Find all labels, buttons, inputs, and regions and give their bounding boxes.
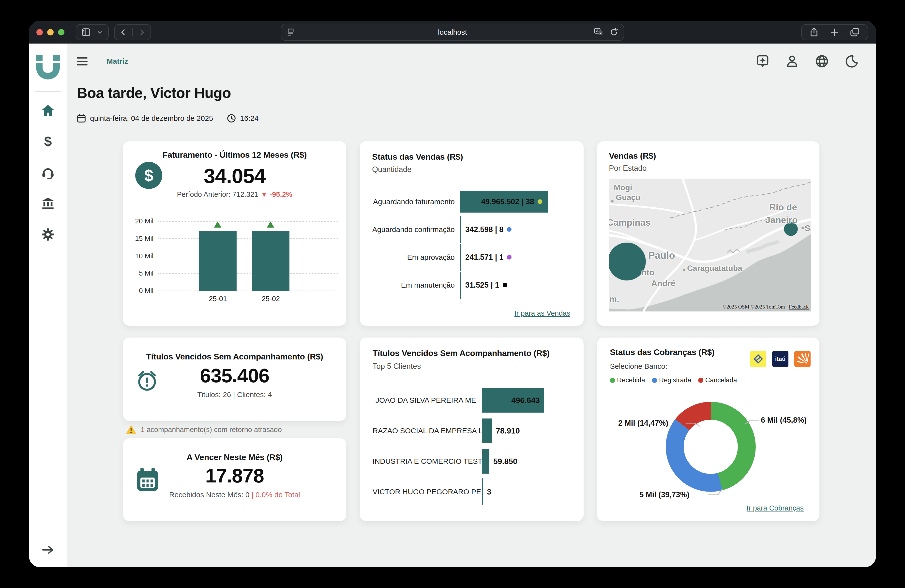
funnel-row: Aguardando faturamento 49.965.502 | 38 — [372, 188, 571, 216]
legend-dot — [610, 378, 615, 383]
translate-icon[interactable]: Ax — [593, 27, 604, 38]
close-button[interactable] — [37, 29, 43, 35]
client-name: VICTOR HUGO PEGORARO PE... — [373, 488, 482, 496]
new-tab-icon[interactable] — [830, 27, 839, 37]
kpi-subtext: Titulos: 26 | Clientes: 4 — [129, 391, 340, 399]
titlebar-actions — [801, 24, 868, 40]
trend-up-icon — [267, 221, 274, 227]
chevron-down-icon[interactable] — [97, 29, 103, 36]
zoom-button[interactable] — [58, 29, 64, 35]
breadcrumb[interactable]: Matriz — [107, 57, 128, 65]
card-status-cobrancas: Status das Cobranças (R$) Selecione Banc… — [597, 337, 819, 521]
divider — [132, 28, 133, 37]
menu-button[interactable] — [77, 55, 87, 68]
itau-button[interactable]: itaú — [772, 351, 788, 367]
kpi-subtext-red: | 0.0% do Total — [252, 491, 300, 499]
card-subtitle: Quantidade — [372, 165, 571, 174]
history-nav-group — [114, 24, 151, 40]
legend-item[interactable]: Registrada — [652, 377, 691, 384]
address-bar[interactable]: localhost Ax — [281, 24, 624, 41]
slice-label-registrada: 5 Mil (39,73%) — [640, 490, 689, 499]
cobrancas-donut-chart[interactable] — [666, 402, 756, 492]
card-titulos-vencidos: Títulos Vencidos Sem Acompanhamento (R$)… — [123, 337, 346, 421]
back-icon[interactable] — [119, 28, 127, 37]
legend-item[interactable]: Cancelada — [698, 377, 737, 384]
bar-25-02[interactable] — [252, 231, 289, 291]
sidebar-toggle-icon[interactable] — [81, 27, 91, 37]
current-date: quinta-feira, 04 de dezembro de 2025 — [90, 114, 213, 122]
banco-do-brasil-button[interactable] — [750, 351, 766, 367]
client-bar[interactable] — [482, 478, 483, 505]
dark-mode-icon[interactable] — [845, 54, 858, 68]
status-dot — [503, 283, 507, 288]
sidebar-item-bank[interactable] — [40, 196, 56, 211]
sidebar-item-finance[interactable]: $ — [40, 134, 56, 149]
banco-laranja-button[interactable] — [794, 351, 811, 367]
revenue-bar-chart[interactable]: 20 Mil 15 Mil 10 Mil 5 Mil 0 Mil 25-01 2… — [129, 221, 340, 291]
card-title: A Vencer Neste Mês (R$) — [129, 453, 340, 462]
funnel-value: 49.965.502 | 38 — [460, 197, 542, 206]
go-to-sales-link[interactable]: Ir para as Vendas — [514, 309, 570, 317]
map-place-label: Rio de — [769, 202, 797, 213]
overdue-warning: 1 acompanhamento(s) com retorno atrasado — [125, 423, 346, 436]
sidebar-toggle-group — [76, 24, 109, 40]
app-logo — [36, 55, 60, 79]
language-icon[interactable] — [815, 54, 829, 68]
legend-item[interactable]: Recebida — [610, 377, 645, 384]
map-place-label: André — [651, 278, 675, 288]
client-name: RAZAO SOCIAL DA EMPRESA L... — [373, 427, 482, 435]
funnel-value: 241.571 | 1 — [465, 253, 511, 262]
calendar-month-icon — [136, 467, 159, 492]
banco-do-brasil-icon — [752, 353, 764, 365]
client-bar[interactable] — [482, 449, 489, 474]
reload-icon[interactable] — [608, 27, 619, 38]
client-bar[interactable] — [482, 418, 492, 443]
sidebar-expand-button[interactable] — [41, 545, 54, 555]
funnel-bar[interactable] — [460, 272, 461, 299]
funnel-bar[interactable] — [460, 216, 461, 243]
map-feedback-link[interactable]: Feedback — [789, 304, 808, 310]
legend-dot — [698, 378, 703, 383]
url-text[interactable]: localhost — [281, 28, 624, 37]
minimize-button[interactable] — [47, 29, 54, 35]
slice-label-recebida: 6 Mil (45,8%) — [761, 416, 807, 424]
calendar-icon — [77, 114, 86, 123]
go-to-cobrancas-link[interactable]: Ir para Cobranças — [747, 504, 804, 512]
sidebar-item-support[interactable] — [40, 165, 56, 180]
client-value: 59.850 — [493, 457, 518, 466]
bar-25-01[interactable] — [199, 231, 237, 291]
share-icon[interactable] — [809, 27, 819, 37]
announcements-icon[interactable] — [756, 54, 769, 68]
client-name: INDUSTRIA E COMERCIO TEST... — [373, 457, 482, 466]
funnel-row: Em aprovação 241.571 | 1 — [372, 243, 571, 271]
y-tick: 5 Mil — [129, 269, 158, 277]
map-attribution: ©2025 OSM ©2025 TomTomFeedback — [722, 304, 808, 310]
tabs-overview-icon[interactable] — [850, 27, 860, 37]
card-title: Vendas (R$) — [609, 151, 656, 161]
warning-icon — [125, 424, 137, 435]
card-faturamento: Faturamento - Últimos 12 Meses (R$) $ 34… — [123, 141, 346, 326]
client-value: 496.643 — [482, 396, 540, 405]
card-vendas-mapa: Vendas (R$) Por Estado — [597, 141, 819, 326]
sidebar-item-home[interactable] — [40, 103, 56, 118]
funnel-category: Em aprovação — [372, 253, 460, 262]
kpi-subtext: Recebidos Neste Mês: 0 | 0.0% do Total — [129, 491, 340, 499]
map-place-label: Campinas — [609, 218, 651, 228]
funnel-bar[interactable] — [460, 244, 461, 271]
sidebar-item-settings[interactable] — [40, 227, 56, 242]
map-bubble-sao-paulo — [609, 243, 646, 280]
reader-view-icon[interactable] — [286, 27, 295, 37]
y-tick: 10 Mil — [129, 252, 158, 260]
sales-funnel-chart: Aguardando faturamento 49.965.502 | 38 A… — [372, 188, 571, 299]
x-tick: 25-01 — [199, 295, 237, 303]
dollar-circle-icon: $ — [135, 162, 162, 189]
bank-filter-label: Selecione Banco: — [610, 362, 667, 370]
card-status-vendas: Status das Vendas (R$) Quantidade Aguard… — [360, 141, 584, 326]
account-icon[interactable] — [786, 54, 799, 68]
trend-up-icon — [214, 221, 221, 227]
forward-icon[interactable] — [138, 28, 146, 37]
sales-map[interactable]: MogiGuaçuCampinasRio deJaneiroPaulontoAn… — [609, 179, 811, 311]
client-bar-row: JOAO DA SILVA PEREIRA ME 496.643 — [373, 385, 571, 416]
y-tick: 0 Mil — [129, 287, 158, 295]
card-title: Status das Vendas (R$) — [372, 152, 571, 162]
